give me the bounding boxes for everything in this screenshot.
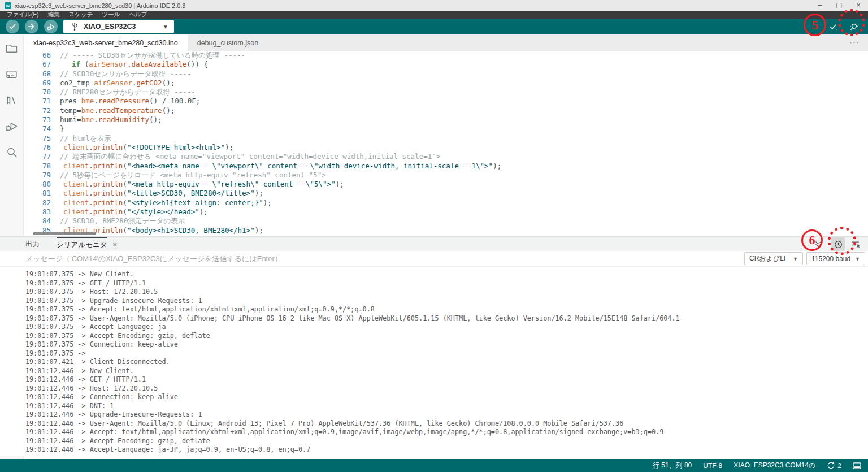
menu-bar: ファイル(F) 編集 スケッチ ツール ヘルプ: [0, 11, 868, 19]
board-port-indicator[interactable]: XIAO_ESP32C3 COM14の: [734, 461, 815, 470]
debug-button[interactable]: [44, 20, 58, 33]
books-icon: [5, 93, 19, 107]
close-serial-tab-icon[interactable]: ×: [113, 237, 118, 252]
horizontal-scrollbar[interactable]: [33, 232, 96, 235]
title-bar: ∞ xiao-esp32c3_web-server_bme280_scd30 |…: [0, 0, 868, 11]
code-text: client.println("<head><meta name = \"vie…: [60, 162, 868, 171]
code-line: 81client.println("<title>SCD30, BME280</…: [24, 189, 868, 198]
annotation-step-6: 6: [801, 229, 823, 251]
baud-rate-select[interactable]: 115200 baud ▼: [806, 252, 865, 265]
code-line: 66// ----- SCD30センサが稼働している時の処理 -----: [24, 51, 868, 60]
code-line: 76client.println("<!DOCTYPE html><html>"…: [24, 143, 868, 152]
serial-log-line: 19:01:12.446 -> Accept-Language: ja-JP, …: [25, 445, 868, 454]
serial-log-line: 19:01:07.375 -> Accept-Language: ja: [25, 323, 868, 332]
code-line: 67 if (airSensor.dataAvailable()) {: [24, 60, 868, 69]
serial-log-line: 19:01:12.446 -> Accept: text/html,applic…: [25, 428, 868, 437]
tab-serial-monitor[interactable]: シリアルモニタ: [57, 237, 107, 252]
line-number: 79: [24, 171, 60, 180]
tab-output[interactable]: 出力: [25, 237, 40, 252]
code-line: 79// 5秒毎にページをリロード <meta http-equiv="refr…: [24, 171, 868, 180]
line-number: 74: [24, 124, 60, 133]
code-line: 69co2_tmp=airSensor.getCO2();: [24, 79, 868, 88]
code-text: client.println("<meta http-equiv = \"ref…: [60, 180, 868, 189]
code-line: 68// SCD30センサからデータ取得 -----: [24, 70, 868, 79]
more-actions-icon[interactable]: ···: [849, 38, 860, 46]
menu-tools[interactable]: ツール: [97, 11, 124, 19]
serial-log-line: 19:01:12.446 -> GET / HTTP/1.1: [25, 375, 868, 384]
code-text: // SCD30, BME280測定データの表示: [60, 216, 868, 226]
tab-sketch-ino[interactable]: xiao-esp32c3_web-server_bme280_scd30.ino: [24, 34, 188, 51]
code-text: client.println("</style></head>");: [60, 207, 868, 216]
serial-log-line: 19:01:07.375 -> User-Agent: Mozilla/5.0 …: [25, 314, 868, 323]
notifications-button[interactable]: 2: [827, 461, 841, 470]
code-line: 70// BME280センサからデータ取得 -----: [24, 88, 868, 97]
sidebar-item-boards-manager[interactable]: [5, 67, 19, 81]
line-number: 75: [24, 134, 60, 143]
line-number: 69: [24, 79, 60, 88]
serial-log-line: 19:01:12.446 -> DNT: 1: [25, 402, 868, 411]
serial-log-line: 19:01:07.375 ->: [25, 349, 868, 358]
line-number: 66: [24, 51, 60, 60]
menu-help[interactable]: ヘルプ: [124, 11, 151, 19]
toolbar: XIAO_ESP32C3 ▼: [0, 19, 868, 34]
checkmark-icon: [828, 22, 839, 32]
tab-debug-custom-json[interactable]: debug_custom.json: [188, 34, 268, 51]
line-ending-select[interactable]: CRおよびLF ▼: [744, 252, 803, 265]
sidebar-item-library-manager[interactable]: [5, 93, 19, 107]
toggle-panel-button[interactable]: [853, 462, 861, 470]
serial-log-line: 19:01:12.446 -> Host: 172.20.10.5: [25, 384, 868, 393]
search-icon: [5, 145, 19, 159]
serial-log-line: 19:01:07.375 -> New Client.: [25, 270, 868, 279]
code-line: 74}: [24, 124, 868, 133]
debug-icon: [5, 119, 19, 133]
line-number: 77: [24, 152, 60, 161]
sidebar-item-search[interactable]: [5, 145, 19, 159]
check-icon: [8, 22, 17, 31]
code-text: if (airSensor.dataAvailable()) {: [60, 60, 868, 69]
code-text: }: [60, 124, 868, 133]
code-text: // 5秒毎にページをリロード <meta http-equiv="refres…: [60, 171, 868, 180]
panel-layout-icon: [853, 462, 861, 470]
code-line: 80client.println("<meta http-equiv = \"r…: [24, 180, 868, 189]
board-selector[interactable]: XIAO_ESP32C3 ▼: [63, 20, 174, 33]
code-line: 82client.println("<style>h1{text-align: …: [24, 198, 868, 207]
code-text: client.println("<style>h1{text-align: ce…: [60, 198, 868, 207]
maximize-button[interactable]: ▢: [830, 0, 849, 11]
bug-play-icon: [46, 22, 56, 32]
code-editor[interactable]: 66// ----- SCD30センサが稼働している時の処理 -----67 i…: [24, 51, 868, 236]
serial-log-line: 19:01:12.446 -> New Client.: [25, 367, 868, 376]
arrow-right-icon: [27, 22, 36, 31]
serial-log-line: 19:01:12.446 -> Connection: keep-alive: [25, 393, 868, 402]
serial-message-input[interactable]: メッセージ（'COM14'のXIAO_ESP32C3にメッセージを送信するにはE…: [25, 254, 282, 264]
line-number: 70: [24, 88, 60, 97]
sidebar-item-sketchbook[interactable]: [5, 41, 19, 55]
status-bar: 行 51、列 80 UTF-8 XIAO_ESP32C3 COM14の 2: [0, 459, 868, 472]
upload-button[interactable]: [25, 20, 38, 33]
baud-rate-value: 115200 baud: [811, 255, 850, 263]
sidebar-item-debug[interactable]: [5, 119, 19, 133]
menu-file[interactable]: ファイル(F): [2, 11, 43, 19]
usb-icon: [69, 21, 80, 32]
menu-sketch[interactable]: スケッチ: [64, 11, 97, 19]
menu-edit[interactable]: 編集: [43, 11, 64, 19]
notifications-icon: [827, 461, 835, 470]
window-title: xiao-esp32c3_web-server_bme280_scd30 | A…: [15, 2, 185, 9]
code-text: client.println("<body><h1>SCD30, BME280<…: [60, 226, 868, 235]
line-number: 67: [24, 60, 60, 69]
annotation-dotted-circle-timestamp: [828, 227, 856, 255]
arduino-ide-window: ∞ xiao-esp32c3_web-server_bme280_scd30 |…: [0, 0, 868, 472]
serial-monitor-output[interactable]: 19:01:07.375 -> New Client.19:01:07.375 …: [0, 267, 868, 456]
line-number: 80: [24, 180, 60, 189]
chevron-down-icon: ▼: [793, 256, 798, 262]
line-number: 76: [24, 143, 60, 152]
code-text: client.println("<title>SCD30, BME280</ti…: [60, 189, 868, 198]
code-text: co2_tmp=airSensor.getCO2();: [60, 79, 868, 88]
serial-log-line: 19:01:12.446 -> Upgrade-Insecure-Request…: [25, 410, 868, 419]
verify-button[interactable]: [6, 20, 19, 33]
board-selector-label: XIAO_ESP32C3: [84, 23, 136, 31]
cursor-position[interactable]: 行 51、列 80: [653, 461, 692, 470]
minimize-button[interactable]: –: [810, 0, 830, 11]
encoding-indicator[interactable]: UTF-8: [703, 462, 722, 470]
code-line: 83client.println("</style></head>");: [24, 207, 868, 216]
serial-log-line: 19:01:12.446 -> Accept-Encoding: gzip, d…: [25, 437, 868, 446]
